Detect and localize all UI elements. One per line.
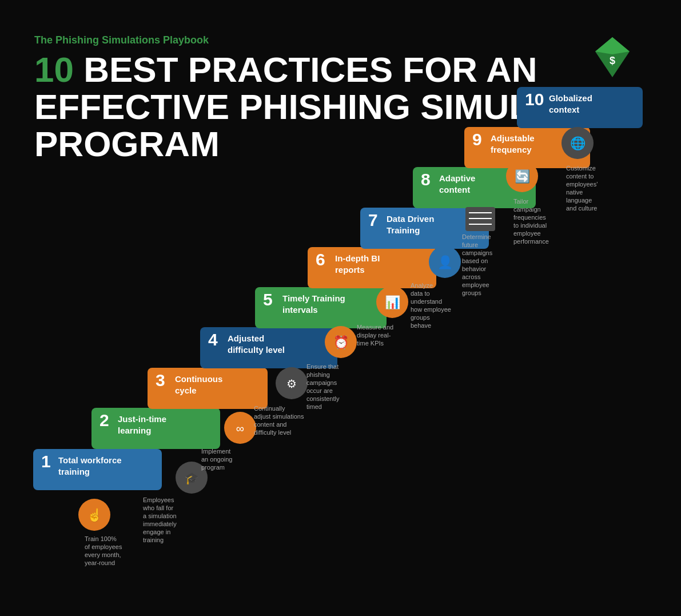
svg-text:time KPIs: time KPIs (357, 340, 384, 347)
svg-rect-3 (33, 449, 162, 490)
svg-rect-23 (308, 247, 436, 288)
svg-text:content: content (439, 185, 470, 194)
svg-text:Adaptive: Adaptive (439, 173, 475, 183)
svg-text:2: 2 (99, 411, 109, 430)
svg-text:Determine: Determine (462, 233, 491, 240)
svg-text:Analyze: Analyze (411, 282, 433, 289)
svg-text:Train 100%: Train 100% (85, 535, 117, 542)
svg-text:program: program (201, 464, 225, 471)
svg-text:learning: learning (118, 426, 151, 435)
svg-text:who fall for: who fall for (142, 504, 174, 511)
svg-text:4: 4 (208, 330, 218, 349)
svg-text:Measure and: Measure and (357, 324, 393, 331)
svg-text:Total workforce: Total workforce (58, 455, 122, 465)
svg-rect-27 (360, 208, 489, 249)
svg-text:campaigns: campaigns (462, 249, 493, 256)
svg-text:content and: content and (254, 421, 287, 428)
svg-text:🔄: 🔄 (515, 169, 531, 184)
svg-text:Training: Training (387, 225, 420, 235)
svg-point-62 (276, 367, 308, 399)
svg-text:training: training (58, 467, 90, 476)
svg-text:behavior: behavior (462, 265, 487, 272)
svg-text:5: 5 (263, 290, 273, 309)
svg-text:Adjusted: Adjusted (228, 333, 264, 343)
svg-text:🎓: 🎓 (185, 471, 199, 485)
svg-text:a simulation: a simulation (143, 512, 177, 519)
svg-text:an ongoing: an ongoing (201, 456, 232, 463)
svg-rect-19 (255, 287, 387, 328)
svg-text:Implement: Implement (201, 448, 230, 455)
main-title: 10 BEST PRACTICES FOR AN EFFECTIVE PHISH… (34, 51, 681, 162)
svg-text:👤: 👤 (437, 255, 453, 270)
svg-text:data to: data to (411, 290, 430, 297)
svg-text:content to: content to (566, 173, 594, 180)
svg-text:understand: understand (411, 298, 442, 305)
svg-text:based on: based on (462, 257, 488, 264)
svg-text:Timely Training: Timely Training (282, 293, 345, 303)
svg-text:intervals: intervals (282, 305, 318, 315)
svg-text:consistently: consistently (306, 395, 340, 402)
svg-text:6: 6 (316, 250, 325, 269)
svg-text:⚙: ⚙ (286, 377, 297, 390)
svg-text:and culture: and culture (566, 205, 597, 212)
diamond-icon: $ (590, 34, 635, 80)
svg-text:future: future (462, 241, 478, 248)
svg-text:Employees: Employees (143, 496, 174, 503)
svg-text:1: 1 (41, 452, 51, 471)
svg-text:how employee: how employee (411, 306, 451, 313)
svg-text:employees': employees' (566, 181, 598, 188)
svg-text:7: 7 (368, 210, 378, 229)
svg-text:groups: groups (411, 314, 430, 321)
svg-text:Continuous: Continuous (175, 374, 222, 384)
svg-text:across: across (462, 273, 481, 280)
svg-text:Continually: Continually (254, 405, 285, 412)
svg-marker-1 (595, 37, 630, 54)
svg-text:Ensure that: Ensure that (306, 363, 338, 370)
svg-text:adjust simulations: adjust simulations (254, 413, 304, 420)
svg-text:☝: ☝ (87, 507, 103, 523)
svg-text:frequencies: frequencies (513, 214, 546, 221)
svg-text:occur are: occur are (306, 387, 333, 394)
svg-text:campaigns: campaigns (306, 379, 337, 386)
svg-rect-15 (200, 327, 337, 368)
svg-text:reports: reports (335, 265, 365, 275)
svg-text:of employees: of employees (85, 543, 122, 550)
svg-text:📊: 📊 (385, 295, 401, 310)
title-number: 10 (34, 50, 74, 89)
svg-text:employee: employee (513, 230, 541, 237)
svg-text:groups: groups (462, 289, 481, 296)
svg-text:year-round: year-round (85, 559, 115, 566)
svg-text:Tailor: Tailor (513, 198, 529, 205)
svg-text:Just-in-time: Just-in-time (118, 414, 166, 424)
svg-text:campaign: campaign (513, 206, 541, 213)
svg-rect-11 (148, 368, 268, 409)
svg-rect-7 (91, 408, 220, 449)
svg-text:timed: timed (306, 403, 322, 410)
svg-text:to individual: to individual (513, 222, 547, 229)
svg-point-76 (376, 286, 408, 318)
svg-text:8: 8 (421, 170, 431, 189)
svg-point-101 (506, 160, 538, 192)
svg-text:employee: employee (462, 281, 489, 288)
header: The Phishing Simulations Playbook 10 BES… (34, 34, 681, 162)
svg-text:$: $ (610, 55, 615, 66)
svg-text:immediately: immediately (143, 520, 177, 527)
svg-point-68 (325, 326, 357, 358)
svg-point-49 (176, 462, 208, 494)
title-rest: BEST PRACTICES FOR AN EFFECTIVE PHISHING… (34, 50, 638, 164)
svg-text:cycle: cycle (175, 386, 197, 395)
svg-text:engage in: engage in (143, 528, 170, 535)
svg-text:display real-: display real- (357, 332, 391, 339)
svg-text:⏰: ⏰ (333, 335, 349, 350)
svg-text:∞: ∞ (236, 422, 244, 435)
page: The Phishing Simulations Playbook 10 BES… (0, 0, 681, 616)
svg-text:training: training (143, 536, 164, 543)
svg-text:every month,: every month, (85, 551, 121, 558)
svg-text:Data Driven: Data Driven (387, 214, 434, 224)
svg-text:performance: performance (513, 238, 549, 245)
svg-text:behave: behave (411, 322, 431, 329)
svg-text:difficulty level: difficulty level (228, 345, 285, 355)
svg-text:3: 3 (156, 371, 165, 390)
svg-text:language: language (566, 197, 592, 204)
svg-point-43 (78, 499, 110, 531)
